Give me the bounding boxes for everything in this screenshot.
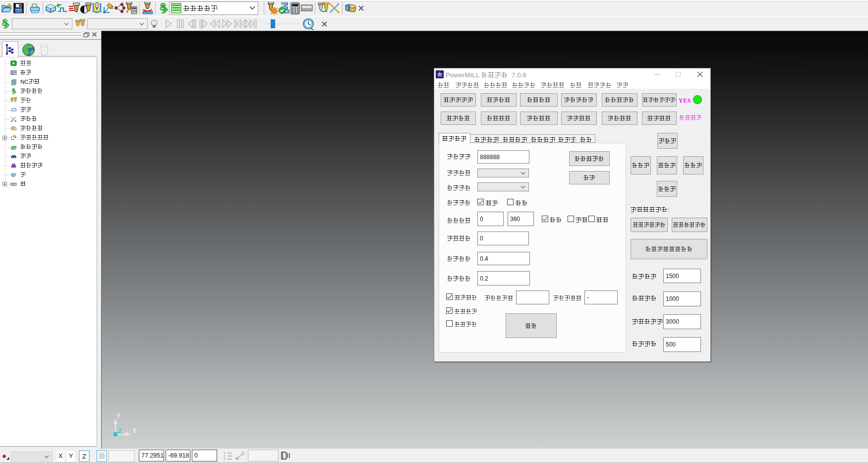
- svg-text:Y: Y: [116, 412, 120, 419]
- svg-text:Z: Z: [118, 427, 122, 435]
- svg-text:Z: Z: [224, 458, 226, 461]
- svg-text:X: X: [132, 427, 136, 434]
